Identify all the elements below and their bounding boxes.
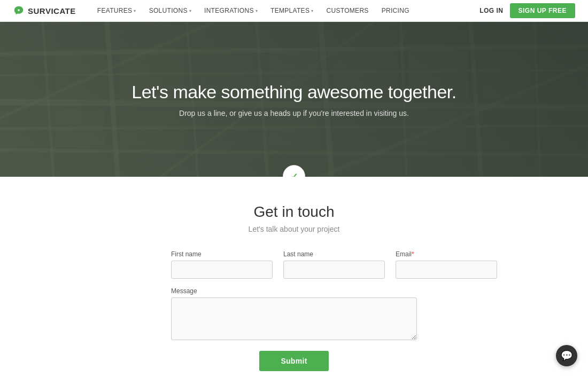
svg-point-0 — [18, 9, 20, 11]
email-group: Email* — [396, 250, 497, 279]
signup-button[interactable]: SIGN UP FREE — [510, 3, 575, 18]
contact-title: Get in touch — [254, 203, 335, 221]
nav-item-integrations[interactable]: INTEGRATIONS ▾ — [199, 5, 263, 17]
message-label: Message — [171, 287, 417, 295]
submit-row: Submit — [171, 351, 417, 371]
contact-subtitle: Let's talk about your project — [249, 225, 340, 233]
chat-icon: 💬 — [561, 350, 572, 362]
hero-content: Let's make something awesome together. D… — [0, 22, 588, 177]
nav-links: FEATURES ▾ SOLUTIONS ▾ INTEGRATIONS ▾ TE… — [92, 5, 479, 17]
contact-section: Get in touch Let's talk about your proje… — [0, 177, 588, 377]
login-button[interactable]: LOG IN — [479, 7, 503, 14]
last-name-label: Last name — [283, 250, 385, 258]
chevron-down-icon: ▾ — [134, 9, 136, 13]
hero-section: Let's make something awesome together. D… — [0, 22, 588, 177]
message-textarea[interactable] — [171, 297, 417, 340]
chevron-down-icon: ▾ — [311, 9, 313, 13]
nav-item-solutions[interactable]: SOLUTIONS ▾ — [144, 5, 197, 17]
chat-widget[interactable]: 💬 — [556, 345, 577, 366]
logo-icon — [13, 5, 25, 17]
first-name-label: First name — [171, 250, 273, 258]
contact-form: First name Last name Email* Message Subm… — [171, 250, 417, 371]
last-name-group: Last name — [283, 250, 385, 279]
nav-item-templates[interactable]: TEMPLATES ▾ — [265, 5, 319, 17]
nav-item-customers[interactable]: CUSTOMERS — [321, 5, 374, 17]
chevron-down-icon: ▾ — [256, 9, 258, 13]
form-row-names: First name Last name Email* — [171, 250, 417, 279]
logo[interactable]: SURVICATE — [13, 5, 76, 17]
first-name-input[interactable] — [171, 261, 273, 279]
email-label: Email* — [396, 250, 497, 258]
chevron-down-icon: ▾ — [189, 9, 191, 13]
chevron-down-icon: ✓ — [291, 171, 298, 177]
submit-button[interactable]: Submit — [259, 351, 328, 371]
hero-title: Let's make something awesome together. — [131, 82, 456, 103]
message-group: Message — [171, 287, 417, 340]
hero-subtitle: Drop us a line, or give us a heads up if… — [179, 109, 409, 117]
logo-text: SURVICATE — [28, 6, 76, 15]
nav-right: LOG IN SIGN UP FREE — [479, 3, 575, 18]
nav-item-features[interactable]: FEATURES ▾ — [92, 5, 142, 17]
last-name-input[interactable] — [283, 261, 385, 279]
navbar: SURVICATE FEATURES ▾ SOLUTIONS ▾ INTEGRA… — [0, 0, 588, 22]
first-name-group: First name — [171, 250, 273, 279]
required-star: * — [412, 250, 414, 258]
nav-item-pricing[interactable]: PRICING — [376, 5, 415, 17]
email-input[interactable] — [396, 261, 497, 279]
